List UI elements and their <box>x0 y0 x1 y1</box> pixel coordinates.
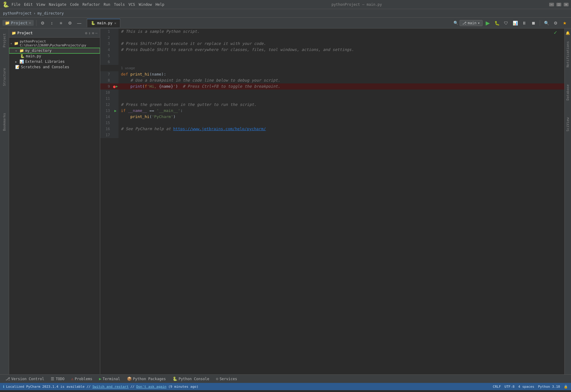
status-tab-python-console[interactable]: 🐍 Python Console <box>169 376 212 382</box>
crlf-indicator[interactable]: CRLF <box>493 385 501 389</box>
expand-collapse-icon[interactable]: ↕ <box>88 31 91 35</box>
code-line-6: 6 <box>100 59 564 65</box>
status-tab-services[interactable]: ⚙ Services <box>213 376 240 382</box>
settings-icon[interactable]: ⚙ <box>39 19 47 27</box>
services-tab-label: Services <box>220 377 237 381</box>
minimize-panel-icon[interactable]: — <box>75 19 83 27</box>
code-line-17: 17 <box>100 132 564 138</box>
menu-view[interactable]: View <box>36 2 45 7</box>
external-libs-label: External Libraries <box>25 59 65 64</box>
expand-icon[interactable]: ≡ <box>57 19 65 27</box>
tree-item-root[interactable]: ▾ 📁 pythonProject C:\Users\13600\Pycharm… <box>9 39 100 48</box>
search-icon[interactable]: 🔍 <box>453 21 458 25</box>
bookmarks-panel-label[interactable]: Bookmarks <box>2 110 7 133</box>
tree-item-main-py[interactable]: 🐍 main.py <box>9 53 100 59</box>
menu-run[interactable]: Run <box>104 2 110 7</box>
close-button[interactable]: ✕ <box>564 3 569 6</box>
filter-icon[interactable]: ≡ <box>92 31 94 35</box>
python-version-indicator[interactable]: Python 3.10 <box>538 385 560 389</box>
status-tab-todo[interactable]: ☰ TODO <box>48 376 67 382</box>
status-tab-python-packages[interactable]: 📦 Python Packages <box>124 376 169 382</box>
line-content-5 <box>118 53 564 59</box>
line-content-7: def print_hi(name): <box>118 71 564 77</box>
breakpoint-icon[interactable]: ● <box>113 83 115 90</box>
search-everywhere-icon[interactable]: 🔍 <box>542 19 550 27</box>
database-label[interactable]: Database <box>565 82 570 103</box>
pycharm-help-link[interactable]: https://www.jetbrains.com/help/pycharm/ <box>173 126 266 132</box>
branch-button[interactable]: ⎇ main ▾ <box>460 20 483 26</box>
menu-refactor[interactable]: Refactor <box>82 2 100 7</box>
tab-bar: 🐍 main.py ✕ <box>87 19 120 27</box>
encoding-indicator[interactable]: UTF-8 <box>504 385 515 389</box>
structure-panel-label[interactable]: Structure <box>2 66 7 89</box>
tree-item-external-libs[interactable]: ▶ 📊 External Libraries <box>9 59 100 64</box>
menu-edit[interactable]: Edit <box>24 2 33 7</box>
project-panel-label[interactable]: Project <box>2 31 7 50</box>
gutter-7 <box>112 71 118 77</box>
menu-bar: File Edit View Navigate Code Refactor Ru… <box>12 2 164 7</box>
scview-label[interactable]: SciView <box>565 115 570 134</box>
collapse-all-icon[interactable]: ↕ <box>48 19 56 27</box>
profile-button[interactable]: 📊 <box>511 19 519 27</box>
gutter-11 <box>112 96 118 102</box>
pause-button[interactable]: ⏸ <box>520 19 528 27</box>
code-line-1: 1 # This is a sample Python script. <box>100 29 564 35</box>
indent-indicator[interactable]: 4 spaces <box>518 385 534 389</box>
code-line-14: 14 print_hi('PyCharm') <box>100 114 564 120</box>
code-editor[interactable]: 1 # This is a sample Python script. 2 3 … <box>100 29 564 374</box>
menu-help[interactable]: Help <box>156 2 164 7</box>
gutter-15 <box>112 120 118 126</box>
debug-arrow-icon: ▶ <box>116 83 118 90</box>
run-button[interactable]: ▶ <box>484 19 492 27</box>
menu-code[interactable]: Code <box>70 2 79 7</box>
highlight-icon[interactable]: ★ <box>561 19 569 27</box>
minimize-icon[interactable]: — <box>95 31 97 35</box>
maximize-button[interactable]: □ <box>556 3 561 6</box>
coverage-button[interactable]: 🛡 <box>502 19 510 27</box>
main-py-tab[interactable]: 🐍 main.py ✕ <box>87 19 120 27</box>
gutter-5 <box>112 53 118 59</box>
gear-icon[interactable]: ⚙ <box>66 19 74 27</box>
tab-close-icon[interactable]: ✕ <box>114 21 116 25</box>
stop-button[interactable]: ⏹ <box>529 19 537 27</box>
project-dropdown[interactable]: 📁 Project ▾ <box>2 20 34 26</box>
dont-ask-link[interactable]: Don't ask again <box>136 385 166 389</box>
notifications-label[interactable]: Notifications <box>565 39 570 70</box>
line-content-2 <box>118 35 564 41</box>
directory-breadcrumb[interactable]: my_directory <box>37 11 64 15</box>
folder-icon: 📁 <box>5 21 10 25</box>
settings-gear-icon[interactable]: ⚙ <box>552 19 559 27</box>
line-num-14: 14 <box>100 114 112 120</box>
menu-vcs[interactable]: VCS <box>128 2 135 7</box>
debug-button[interactable]: 🐛 <box>493 19 501 27</box>
status-tab-problems[interactable]: ⚠ Problems <box>68 376 95 382</box>
menu-navigate[interactable]: Navigate <box>49 2 67 7</box>
settings-icon[interactable]: ⚙ <box>85 31 87 35</box>
packages-icon: 📦 <box>127 377 132 381</box>
notifications-icon-area[interactable]: 🔔 <box>565 30 571 36</box>
code-line-8: 8 # Use a breakpoint in the code line be… <box>100 77 564 83</box>
code-line-13: 13 ▶ if __name__ == '__main__': <box>100 108 564 114</box>
menu-file[interactable]: File <box>12 2 20 7</box>
project-breadcrumb[interactable]: pythonProject <box>3 11 32 15</box>
app-icon: 🐍 <box>2 1 9 8</box>
title-bar: 🐍 File Edit View Navigate Code Refactor … <box>0 0 571 9</box>
folder-icon-dir: 📁 <box>19 49 24 53</box>
todo-tab-label: TODO <box>56 377 64 381</box>
minimize-button[interactable]: – <box>549 3 554 6</box>
line-content-13: if __name__ == '__main__': <box>118 108 564 114</box>
gutter-16 <box>112 126 118 132</box>
editor-checkmark: ✓ <box>554 29 557 35</box>
tree-item-my-directory[interactable]: ▾ 📁 my_directory <box>9 48 100 53</box>
run-gutter-icon[interactable]: ▶ <box>114 108 116 114</box>
status-tab-terminal[interactable]: ▶ Terminal <box>96 376 123 382</box>
status-tab-version-control[interactable]: ⎇ Version Control <box>2 376 47 382</box>
editor-area[interactable]: ✓ 1 # This is a sample Python script. 2 … <box>100 29 564 374</box>
switch-restart-link[interactable]: Switch and restart <box>92 385 128 389</box>
tree-item-scratches[interactable]: 📝 Scratches and Consoles <box>9 64 100 70</box>
menu-window[interactable]: Window <box>139 2 152 7</box>
todo-icon: ☰ <box>51 377 54 381</box>
code-line-2: 2 <box>100 35 564 41</box>
terminal-icon: ▶ <box>99 377 101 381</box>
menu-tools[interactable]: Tools <box>114 2 125 7</box>
